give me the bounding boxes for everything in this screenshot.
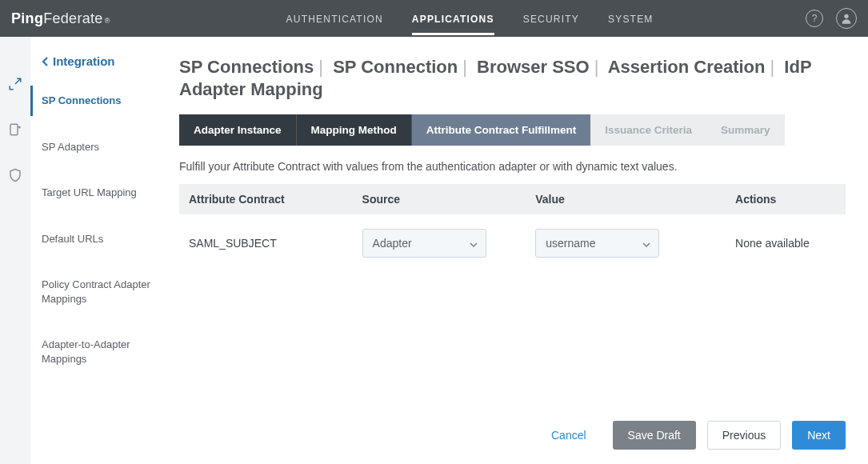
breadcrumb: SP Connections| SP Connection| Browser S… xyxy=(179,56,846,100)
main-content: SP Connections| SP Connection| Browser S… xyxy=(160,37,868,464)
nav-system[interactable]: SYSTEM xyxy=(608,2,654,35)
th-actions: Actions xyxy=(726,184,846,214)
svg-point-2 xyxy=(19,126,21,128)
source-select-value: Adapter xyxy=(373,237,412,250)
next-button[interactable]: Next xyxy=(792,421,846,450)
crumb-3[interactable]: Assertion Creation xyxy=(608,57,766,77)
previous-button[interactable]: Previous xyxy=(707,421,781,450)
help-icon[interactable]: ? xyxy=(806,10,823,27)
rail-app-icon[interactable] xyxy=(8,122,22,139)
brand-logo: PingFederate® xyxy=(11,10,110,27)
tab-issuance-criteria[interactable]: Issuance Criteria xyxy=(590,114,706,146)
help-text: Fulfill your Attribute Contract with val… xyxy=(179,160,846,173)
source-select[interactable]: Adapter xyxy=(362,229,486,258)
tab-adapter-instance[interactable]: Adapter Instance xyxy=(179,114,297,146)
back-link[interactable]: Integration xyxy=(42,54,152,68)
sidebar-item-adapter-to-adapter-mappings[interactable]: Adapter-to-Adapter Mappings xyxy=(30,330,160,374)
svg-point-0 xyxy=(844,14,848,18)
back-label: Integration xyxy=(53,54,115,68)
save-draft-button[interactable]: Save Draft xyxy=(613,421,696,450)
value-select[interactable]: username xyxy=(535,229,659,258)
crumb-2[interactable]: Browser SSO xyxy=(477,57,590,77)
cell-attribute: SAML_SUBJECT xyxy=(179,214,353,272)
wizard-footer: Cancel Save Draft Previous Next xyxy=(536,421,846,450)
svg-rect-1 xyxy=(10,124,18,135)
nav-applications[interactable]: APPLICATIONS xyxy=(412,2,494,35)
brand-ping: Ping xyxy=(11,10,43,27)
tab-mapping-method[interactable]: Mapping Method xyxy=(297,114,412,146)
th-attribute-contract: Attribute Contract xyxy=(179,184,353,214)
top-bar: PingFederate® AUTHENTICATION APPLICATION… xyxy=(0,0,868,37)
sidebar-item-policy-contract-mappings[interactable]: Policy Contract Adapter Mappings xyxy=(30,270,160,314)
sidebar-item-target-url-mapping[interactable]: Target URL Mapping xyxy=(30,178,160,208)
icon-rail xyxy=(0,37,30,464)
brand-registered: ® xyxy=(105,17,110,25)
tab-summary[interactable]: Summary xyxy=(706,114,785,146)
primary-nav: AUTHENTICATION APPLICATIONS SECURITY SYS… xyxy=(286,2,654,35)
sidebar-item-default-urls[interactable]: Default URLs xyxy=(30,224,160,254)
wizard-tabs: Adapter Instance Mapping Method Attribut… xyxy=(179,114,846,146)
chevron-down-icon xyxy=(470,237,478,250)
rail-integration-icon[interactable] xyxy=(8,77,22,94)
attribute-table: Attribute Contract Source Value Actions … xyxy=(179,184,846,272)
cell-actions: None available xyxy=(726,214,846,272)
chevron-left-icon xyxy=(42,57,48,66)
value-select-value: username xyxy=(546,237,595,250)
brand-federate: Federate xyxy=(43,10,102,27)
cancel-button[interactable]: Cancel xyxy=(536,421,602,450)
th-source: Source xyxy=(353,184,526,214)
tab-attribute-contract-fulfillment[interactable]: Attribute Contract Fulfillment xyxy=(412,114,591,146)
user-avatar-icon[interactable] xyxy=(836,8,857,29)
sidebar-item-sp-adapters[interactable]: SP Adapters xyxy=(30,132,160,162)
nav-security[interactable]: SECURITY xyxy=(523,2,579,35)
table-row: SAML_SUBJECT Adapter username xyxy=(179,214,846,272)
rail-shield-icon[interactable] xyxy=(8,168,22,185)
crumb-0[interactable]: SP Connections xyxy=(179,57,314,77)
sidebar-item-sp-connections[interactable]: SP Connections xyxy=(30,86,160,116)
th-value: Value xyxy=(526,184,726,214)
side-nav: Integration SP Connections SP Adapters T… xyxy=(30,37,160,464)
crumb-1[interactable]: SP Connection xyxy=(333,57,458,77)
nav-authentication[interactable]: AUTHENTICATION xyxy=(286,2,383,35)
chevron-down-icon xyxy=(642,237,650,250)
topbar-right: ? xyxy=(806,8,857,29)
